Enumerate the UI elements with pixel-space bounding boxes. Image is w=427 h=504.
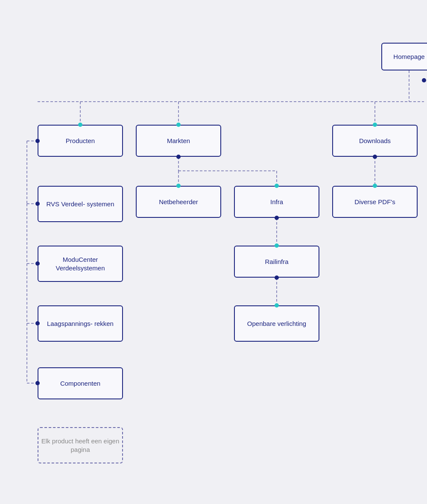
downloads-node[interactable]: Downloads (332, 125, 418, 157)
dot-laagspannings-left (35, 321, 40, 325)
dot-markten-top (176, 123, 181, 127)
railinfra-node[interactable]: Railinfra (234, 246, 319, 278)
dot-railinfra-bottom (275, 275, 279, 280)
diverse-node[interactable]: Diverse PDF's (332, 186, 418, 218)
openbare-label: Openbare verlichting (247, 319, 306, 328)
componenten-node[interactable]: Componenten (38, 367, 123, 399)
dot-rvs-left (35, 202, 40, 206)
diagram-container: Homepage Producten Markten Downloads RVS… (0, 0, 427, 504)
homepage-node[interactable]: Homepage (381, 43, 427, 70)
homepage-label: Homepage (393, 53, 424, 61)
moducenter-node[interactable]: ModuCenter Verdeelsystemen (38, 246, 123, 282)
markten-label: Markten (167, 137, 190, 145)
netbeheerder-label: Netbeheerder (159, 198, 198, 206)
componenten-label: Componenten (60, 379, 100, 388)
producten-label: Producten (66, 137, 95, 145)
markten-node[interactable]: Markten (136, 125, 221, 157)
laagspannings-label: Laagspannings- rekken (47, 319, 114, 328)
moducenter-label: ModuCenter Verdeelsystemen (38, 255, 122, 272)
rvs-node[interactable]: RVS Verdeel- systemen (38, 186, 123, 222)
laagspannings-node[interactable]: Laagspannings- rekken (38, 305, 123, 342)
dot-infra-bottom (275, 216, 279, 220)
infra-label: Infra (270, 198, 283, 206)
openbare-node[interactable]: Openbare verlichting (234, 305, 319, 342)
dot-producten-top (78, 123, 82, 127)
diverse-label: Diverse PDF's (354, 198, 395, 206)
dot-producten-left (35, 139, 40, 143)
netbeheerder-node[interactable]: Netbeheerder (136, 186, 221, 218)
dot-downloads-top (373, 123, 377, 127)
dot-diverse-top (373, 184, 377, 188)
dot-infra-top (275, 184, 279, 188)
elk-product-node: Elk product heeft een eigen pagina (38, 427, 123, 463)
infra-node[interactable]: Infra (234, 186, 319, 218)
railinfra-label: Railinfra (265, 258, 288, 266)
dot-railinfra-top (275, 243, 279, 248)
dot-netbeheerder-top (176, 184, 181, 188)
downloads-label: Downloads (359, 137, 391, 145)
dot-componenten-left (35, 381, 40, 385)
elk-product-label: Elk product heeft een eigen pagina (38, 437, 122, 454)
dot-moducenter-left (35, 261, 40, 266)
dot-markten-bottom (176, 155, 181, 159)
dot-openbare-top (275, 303, 279, 308)
producten-node[interactable]: Producten (38, 125, 123, 157)
dot-homepage-right (422, 78, 426, 82)
rvs-label: RVS Verdeel- systemen (47, 200, 114, 208)
dot-downloads-bottom (373, 155, 377, 159)
